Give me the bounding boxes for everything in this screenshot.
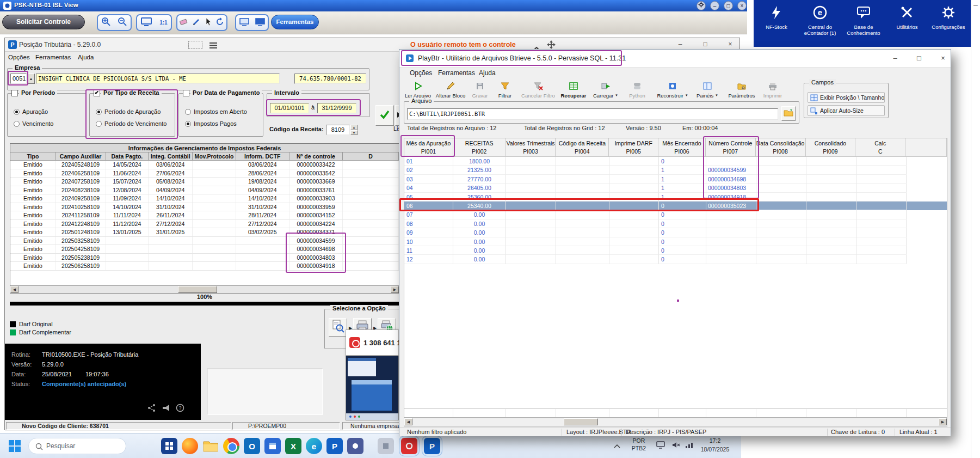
grid-row[interactable]: 0327770.001000000034698 — [404, 175, 947, 184]
column-header[interactable]: D — [343, 152, 399, 160]
grid-cell[interactable] — [856, 228, 907, 237]
grid-cell[interactable]: 0 — [659, 219, 706, 228]
grid-row[interactable]: 100.000 — [404, 237, 947, 246]
table-row[interactable]: Emitido20240823810912/08/202404/09/20240… — [10, 186, 399, 195]
periodo-vencimento-radio[interactable] — [96, 121, 102, 127]
grid-cell[interactable] — [556, 193, 609, 201]
grid-cell[interactable] — [756, 228, 806, 237]
grid-cell[interactable] — [506, 219, 556, 228]
firefox-icon[interactable] — [182, 438, 198, 454]
grid-cell[interactable]: 02 — [404, 166, 453, 174]
windows-start-button[interactable] — [9, 440, 21, 454]
scroll-right-icon[interactable]: ▶ — [391, 286, 399, 293]
grid-cell[interactable] — [756, 193, 806, 201]
grid-cell[interactable] — [806, 246, 856, 255]
grid-cell[interactable]: 07 — [404, 210, 453, 219]
grid-cell[interactable] — [506, 237, 556, 246]
excel-icon[interactable]: X — [285, 438, 301, 454]
grid-cell[interactable] — [856, 255, 907, 264]
grid-cell[interactable] — [806, 210, 856, 219]
grid-cell[interactable]: 11 — [404, 246, 453, 255]
table-row[interactable]: Emitido202503258109000000034599 — [10, 237, 399, 246]
grid-cell[interactable] — [756, 157, 806, 166]
por-periodo-checkbox[interactable] — [11, 90, 18, 96]
grid-cell[interactable] — [609, 157, 659, 166]
chrome-icon[interactable] — [223, 438, 239, 454]
grid-row[interactable]: 090.000 — [404, 228, 947, 237]
grid-cell[interactable]: 0 — [659, 246, 706, 255]
vencimento-radio[interactable] — [14, 121, 20, 127]
grid-column-header[interactable]: Número ControlePI007 — [706, 138, 756, 157]
grid-cell[interactable] — [609, 166, 659, 174]
grid-cell[interactable]: 01 — [404, 157, 453, 166]
table-row[interactable]: Emitido202505238109000000034803 — [10, 254, 399, 262]
exibir-posicao-button[interactable]: Exibir Posição \ Tamanho — [808, 92, 885, 103]
eraser-icon[interactable] — [179, 17, 189, 28]
help-icon[interactable]: ? — [176, 404, 184, 414]
nf-stock-button[interactable]: NF-Stock — [755, 5, 798, 30]
table-horizontal-scrollbar[interactable]: ◀ ▶ — [10, 285, 399, 293]
grid-cell[interactable] — [706, 246, 756, 255]
display-icon[interactable] — [656, 441, 665, 451]
grid-row[interactable]: 011800.000 — [404, 157, 947, 166]
phone-popup[interactable]: 1 308 641 1 — [346, 329, 399, 356]
grid-cell[interactable]: 25340.00 — [453, 201, 506, 210]
grid-cell[interactable] — [609, 255, 659, 264]
grid-column-header[interactable]: Valores TrimestraisPI003 — [506, 138, 556, 157]
grid-cell[interactable]: 05 — [404, 193, 453, 201]
grid-cell[interactable]: 1800.00 — [453, 157, 506, 166]
column-header[interactable]: Mov.Protocolo — [193, 152, 236, 160]
clock[interactable]: 17:2 18/07/2025 — [692, 436, 738, 455]
outlook-icon[interactable]: O — [244, 438, 260, 454]
grid-cell[interactable] — [609, 237, 659, 246]
grid-cell[interactable] — [556, 184, 609, 192]
confirm-button[interactable] — [375, 105, 394, 126]
scrollbar-thumb[interactable] — [178, 286, 217, 293]
grid-column-header[interactable]: CalcC — [855, 138, 905, 157]
table-row[interactable]: Emitido202506258109000000034918 — [10, 262, 399, 271]
playbtr-titlebar[interactable]: PlayBtr - Utilitário de Arquivos Btrieve… — [399, 50, 951, 68]
grid-cell[interactable] — [556, 157, 609, 166]
intervalo-to-field[interactable]: 31/12/9999 — [317, 103, 356, 113]
grid-horizontal-scrollbar[interactable]: ◀ ▶ — [404, 418, 947, 427]
grid-cell[interactable]: 26405.00 — [453, 184, 506, 192]
dominio-app-icon[interactable] — [161, 438, 177, 454]
isl-titlebar[interactable]: PSK-NTB-01 ISL View – □ × — [0, 0, 747, 11]
inactive-app-icon[interactable] — [378, 438, 394, 454]
table-row[interactable]: Emitido202504258109000000034698 — [10, 245, 399, 254]
menu-ajuda[interactable]: Ajuda — [479, 69, 496, 77]
grid-column-header[interactable]: Código da ReceitaPI004 — [556, 138, 609, 157]
grid-cell[interactable] — [556, 210, 609, 219]
zoom-out-icon[interactable] — [117, 16, 128, 29]
grid-cell[interactable] — [506, 255, 556, 264]
grid-cell[interactable] — [506, 228, 556, 237]
grid-cell[interactable] — [856, 219, 907, 228]
grid-cell[interactable] — [706, 157, 756, 166]
apuracao-radio[interactable] — [14, 109, 20, 115]
grid-cell[interactable] — [609, 193, 659, 201]
grid-cell[interactable] — [556, 246, 609, 255]
central-econtador-button[interactable]: e Central do eContador (1) — [798, 5, 842, 36]
isl-app-icon-active[interactable] — [401, 438, 417, 454]
grid-column-header[interactable]: Data ConsolidaçãoPI008 — [756, 138, 806, 157]
aplicar-autosize-button[interactable]: Aplicar Auto-Size — [808, 105, 885, 116]
grid-column-header[interactable]: Mês da ApuraçãoPI001 — [404, 138, 453, 157]
por-data-pagamento-checkbox[interactable] — [183, 90, 189, 96]
grid-row[interactable]: 0625340.000000000035023 — [404, 201, 947, 210]
table-row[interactable]: Emitido20241025810914/10/202431/10/20243… — [10, 203, 399, 212]
column-header[interactable]: Integ. Contábil — [149, 152, 193, 160]
grid-cell[interactable]: 0 — [659, 201, 706, 210]
grid-cell[interactable]: 0.00 — [453, 210, 506, 219]
table-row[interactable]: Emitido20240625810911/06/202427/06/20242… — [10, 169, 399, 178]
grid-cell[interactable]: 12 — [404, 255, 453, 264]
grid-cell[interactable] — [556, 175, 609, 184]
grid-cell[interactable]: 000000035023 — [706, 201, 756, 210]
grid-row[interactable]: 120.000 — [404, 255, 947, 264]
grid-cell[interactable] — [506, 175, 556, 184]
grid-cell[interactable] — [856, 193, 907, 201]
grid-cell[interactable]: 06 — [404, 201, 453, 210]
grid-cell[interactable]: 0 — [659, 210, 706, 219]
grid-cell[interactable] — [506, 157, 556, 166]
grid-cell[interactable]: 09 — [404, 228, 453, 237]
grid-cell[interactable] — [756, 184, 806, 192]
